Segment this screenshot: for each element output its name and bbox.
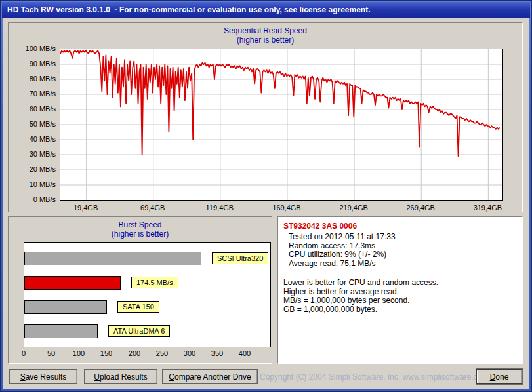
sequential-read-plot bbox=[60, 49, 503, 201]
info-notes: Lower is better for CPU and random acces… bbox=[283, 279, 517, 314]
seq-x-tick-label: 169,4GB bbox=[260, 204, 313, 212]
burst-x-tick-label: 150 bbox=[96, 349, 116, 357]
hd-tach-window: HD Tach RW version 3.0.1.0 - For non-com… bbox=[0, 0, 532, 392]
burst-bar-label-3: ATA UltraDMA 6 bbox=[108, 325, 170, 337]
seq-y-tick-label: 40 MB/s bbox=[10, 135, 56, 143]
done-button[interactable]: Done bbox=[476, 369, 522, 384]
burst-bar-label-1: 174.5 MB/s bbox=[131, 277, 178, 288]
seq-x-tick-label: 219,4GB bbox=[327, 204, 380, 212]
info-note-gb: GB = 1,000,000,000 bytes. bbox=[283, 305, 517, 315]
info-note-cpu: Lower is better for CPU and random acces… bbox=[283, 279, 517, 288]
seq-x-tick-label: 319,4GB bbox=[461, 204, 514, 212]
burst-chart-subtitle: (higher is better) bbox=[9, 229, 272, 239]
seq-x-tick-label: 69,4GB bbox=[127, 204, 179, 212]
seq-chart-svg bbox=[60, 49, 502, 200]
window-title: HD Tach RW version 3.0.1.0 - For non-com… bbox=[7, 5, 371, 14]
seq-y-tick-label: 0 MB/s bbox=[10, 195, 56, 203]
burst-bar-label-0: SCSI Ultra320 bbox=[212, 252, 268, 264]
drive-info-panel: ST932042 3AS 0006 Tested on 2012-05-11 a… bbox=[277, 216, 523, 364]
client-area: Sequential Read Speed (higher is better)… bbox=[3, 18, 529, 389]
seq-y-tick-label: 100 MB/s bbox=[10, 45, 56, 52]
burst-bar-label-2: SATA 150 bbox=[117, 301, 159, 313]
seq-y-tick-label: 20 MB/s bbox=[10, 165, 56, 173]
seq-x-tick-label: 19,4GB bbox=[60, 204, 112, 212]
save-results-button[interactable]: Save Results bbox=[9, 369, 77, 384]
seq-y-tick-label: 70 MB/s bbox=[10, 90, 56, 98]
burst-x-tick-label: 400 bbox=[235, 349, 255, 357]
seq-y-tick-label: 30 MB/s bbox=[10, 150, 56, 158]
burst-x-tick-label: 100 bbox=[69, 349, 89, 357]
burst-x-tick-label: 300 bbox=[180, 349, 199, 357]
burst-bar-1 bbox=[24, 276, 121, 290]
burst-x-tick-label: 200 bbox=[125, 349, 144, 357]
sequential-read-panel: Sequential Read Speed (higher is better)… bbox=[8, 22, 523, 212]
info-tested-on: Tested on 2012-05-11 at 17:33 bbox=[289, 233, 517, 242]
copyright-text: Copyright (C) 2004 Simpli Software, Inc.… bbox=[260, 372, 488, 382]
title-bar[interactable]: HD Tach RW version 3.0.1.0 - For non-com… bbox=[2, 2, 530, 18]
drive-name: ST932042 3AS 0006 bbox=[283, 222, 517, 231]
burst-x-tick-label: 0 bbox=[14, 349, 33, 357]
upload-results-button[interactable]: Upload Results bbox=[84, 369, 157, 384]
seq-y-tick-label: 50 MB/s bbox=[10, 120, 56, 128]
burst-x-tick-label: 50 bbox=[41, 349, 61, 357]
info-note-average: Higher is better for average read. bbox=[283, 288, 517, 297]
seq-y-tick-label: 90 MB/s bbox=[10, 60, 56, 68]
burst-chart-title: Burst Speed bbox=[9, 220, 272, 229]
seq-y-tick-label: 10 MB/s bbox=[10, 180, 56, 188]
info-cpu-utilization: CPU utilization: 9% (+/- 2%) bbox=[289, 250, 517, 260]
compare-another-drive-button[interactable]: Compare Another Drive bbox=[162, 369, 258, 384]
seq-series-line bbox=[60, 50, 500, 156]
burst-bar-0 bbox=[24, 252, 201, 265]
info-random-access: Random access: 17.3ms bbox=[289, 242, 517, 251]
burst-speed-panel: Burst Speed (higher is better) SCSI Ultr… bbox=[8, 216, 272, 364]
info-average-read: Average read: 75.1 MB/s bbox=[289, 260, 517, 269]
seq-x-tick-label: 119,4GB bbox=[194, 204, 246, 212]
burst-bar-3 bbox=[24, 324, 98, 338]
seq-y-tick-label: 60 MB/s bbox=[10, 105, 56, 113]
info-note-mbs: MB/s = 1,000,000 bytes per second. bbox=[283, 296, 517, 305]
seq-x-tick-label: 269,4GB bbox=[394, 204, 447, 212]
seq-chart-subtitle: (higher is better) bbox=[9, 35, 522, 45]
burst-bar-2 bbox=[24, 300, 107, 314]
burst-speed-plot: SCSI Ultra320174.5 MB/sSATA 150ATA Ultra… bbox=[24, 242, 271, 347]
seq-chart-title: Sequential Read Speed bbox=[9, 26, 522, 35]
seq-y-tick-label: 80 MB/s bbox=[10, 75, 56, 83]
burst-x-tick-label: 350 bbox=[207, 349, 227, 357]
burst-x-tick-label: 250 bbox=[152, 349, 172, 357]
